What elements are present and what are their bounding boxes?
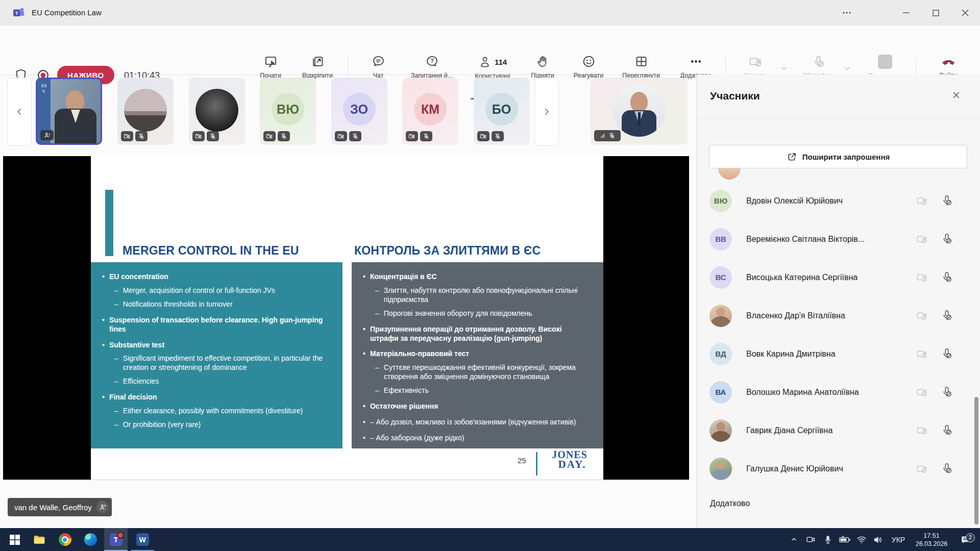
- participant-row[interactable]: ВЮ Вдовін Олексій Юрійович: [697, 182, 980, 220]
- camera-off-icon: [263, 131, 276, 141]
- share-invite-button[interactable]: Поширити запрошення: [709, 145, 967, 168]
- qa-button[interactable]: ? Запитання й...: [407, 55, 456, 79]
- window-more-button[interactable]: [832, 0, 862, 26]
- mic-muted-icon: [207, 131, 219, 141]
- tray-volume-indicator[interactable]: [870, 528, 887, 551]
- unpin-button[interactable]: Відкріпити: [293, 55, 342, 79]
- tray-expand-button[interactable]: [786, 528, 801, 551]
- raise-hand-icon: [536, 55, 550, 68]
- activity-bars-icon: [599, 132, 606, 139]
- tray-camera-indicator[interactable]: [802, 528, 819, 551]
- participant-row[interactable]: Гаврик Діана Сергіївна: [697, 411, 980, 449]
- tray-mic-indicator[interactable]: [820, 528, 836, 551]
- video-tile[interactable]: ЗО: [331, 78, 387, 145]
- mic-muted-icon: [349, 131, 361, 141]
- action-center-button[interactable]: 2: [955, 528, 976, 551]
- video-tile[interactable]: [117, 78, 174, 145]
- view-button[interactable]: Переглянути: [617, 55, 666, 79]
- teams-icon: T: [110, 533, 122, 546]
- tray-clock[interactable]: 17:51 26.03.2026: [910, 528, 953, 551]
- teams-taskbar-button[interactable]: T: [104, 528, 128, 551]
- bullet-marker: •: [363, 434, 365, 443]
- raise-hand-button[interactable]: Підняти: [518, 55, 567, 79]
- participant-avatar: ВЮ: [709, 190, 732, 212]
- title-bar: T EU Competition Law: [0, 0, 980, 26]
- chrome-button[interactable]: [53, 528, 77, 551]
- slide-logo-divider: [536, 452, 537, 475]
- close-button[interactable]: [950, 0, 980, 26]
- close-icon: [952, 91, 961, 99]
- video-tile[interactable]: КМ: [402, 78, 458, 145]
- speaker-name-tag: van de Walle, Geoffroy: [8, 498, 112, 516]
- participant-name: Веремієнко Світлана Вікторів...: [746, 235, 915, 244]
- svg-text:T: T: [15, 10, 18, 16]
- windows-taskbar: T W УКР 17:51 26.03.2026: [0, 528, 980, 551]
- tray-battery-indicator[interactable]: [836, 528, 853, 551]
- chrome-icon: [59, 533, 71, 546]
- slide-left-column: • EU concentration – Merger, acquisition…: [91, 262, 342, 448]
- svg-text:?: ?: [430, 58, 434, 64]
- chevron-right-icon: [542, 107, 552, 117]
- participant-row[interactable]: ВВ Веремієнко Світлана Вікторів...: [697, 220, 980, 258]
- start-sharing-button[interactable]: Почати: [246, 55, 295, 79]
- react-button[interactable]: Реагувати: [564, 55, 613, 79]
- edge-button[interactable]: [79, 528, 102, 551]
- panel-close-button[interactable]: [952, 91, 961, 99]
- participant-row[interactable]: ВА Волошко Марина Анатоліївна: [697, 373, 980, 411]
- camera-off-icon: [335, 131, 347, 141]
- slide-bullet: – Ефективність: [363, 386, 591, 395]
- panel-scrollbar[interactable]: [974, 397, 978, 524]
- slide-bullet: – Or prohibition (very rare): [102, 420, 330, 430]
- participant-name: Власенко Дар'я Віталіївна: [746, 311, 915, 320]
- person-status-icon[interactable]: [96, 501, 109, 513]
- mic-muted-icon: [941, 386, 953, 398]
- speaker-name: van de Walle, Geoffroy: [14, 503, 92, 512]
- bullet-text: Суттєве перешкоджання ефективній конкуре…: [384, 363, 591, 382]
- minimize-button[interactable]: [891, 0, 921, 26]
- pinned-participant-tile[interactable]: [591, 78, 688, 145]
- chevron-down-icon: [780, 64, 788, 72]
- more-section-label[interactable]: Додатково: [710, 499, 750, 508]
- bullet-text: Порогові значення обороту для повідомлен…: [384, 309, 532, 318]
- camera-off-icon: [916, 386, 928, 398]
- jones-day-logo: JONES DAY.: [542, 449, 597, 471]
- active-speaker-tile[interactable]: ESY.: [36, 78, 102, 145]
- slide: MERGER CONTROL IN THE EU КОНТРОЛЬ ЗА ЗЛИ…: [91, 156, 603, 480]
- slide-bullet: • EU concentration: [102, 272, 330, 282]
- share-invite-icon: [787, 152, 797, 162]
- smiley-icon: [582, 55, 596, 68]
- tray-wifi-indicator[interactable]: [853, 528, 870, 551]
- participants-button[interactable]: 114 Користувачі: [468, 55, 517, 80]
- participant-row[interactable]: ВС Висоцька Катерина Сергіївна: [697, 258, 980, 296]
- word-taskbar-button[interactable]: W: [131, 528, 154, 551]
- participant-avatar: [709, 305, 732, 327]
- mic-options-chevron[interactable]: [843, 64, 851, 72]
- chat-button[interactable]: Чат: [354, 55, 403, 79]
- file-explorer-button[interactable]: [28, 528, 51, 551]
- maximize-icon: [933, 10, 939, 16]
- participant-row[interactable]: Власенко Дар'я Віталіївна: [697, 296, 980, 335]
- video-tile[interactable]: БО: [474, 78, 530, 145]
- participant-avatar: ЗО: [343, 93, 376, 126]
- bullet-marker: •: [363, 325, 365, 343]
- popout-icon: [311, 55, 325, 68]
- start-button[interactable]: [3, 528, 27, 551]
- bullet-marker: –: [114, 377, 118, 386]
- bullet-marker: –: [375, 309, 379, 318]
- filmstrip-prev-button[interactable]: [7, 78, 32, 146]
- video-tile[interactable]: [189, 78, 245, 145]
- bullet-marker: –: [375, 386, 379, 395]
- video-tile[interactable]: ВЮ: [260, 78, 316, 145]
- bullet-marker: –: [375, 363, 379, 382]
- maximize-button[interactable]: [921, 0, 950, 26]
- filmstrip-next-button[interactable]: [534, 78, 559, 146]
- camera-options-chevron[interactable]: [780, 64, 788, 72]
- tray-language[interactable]: УКР: [887, 528, 910, 551]
- participant-row[interactable]: Галушка Денис Юрійович: [697, 449, 980, 488]
- bullet-marker: –: [114, 300, 118, 309]
- participant-row[interactable]: ВД Вовк Карина Дмитрівна: [697, 335, 980, 373]
- mic-off-icon: [812, 55, 825, 68]
- participant-avatar: ВС: [709, 266, 732, 289]
- battery-charging-icon: [839, 535, 851, 544]
- bullet-text: Матеріально-правовий тест: [370, 349, 469, 359]
